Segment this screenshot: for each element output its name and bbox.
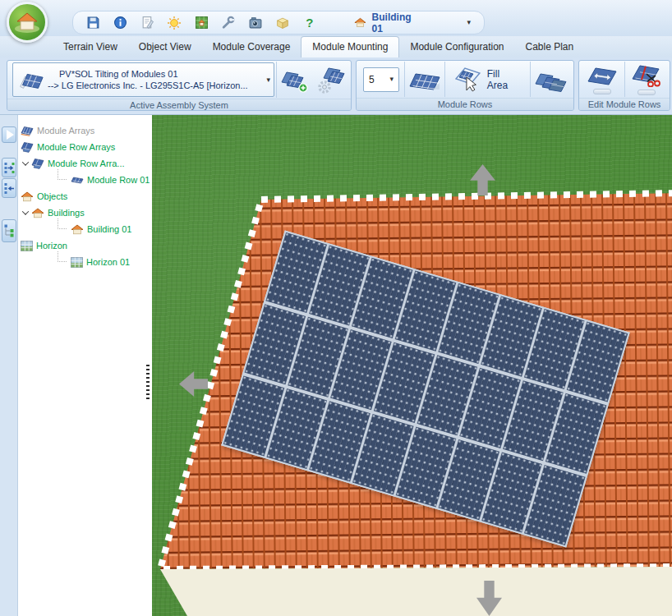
help-icon[interactable]: ? [302, 15, 317, 30]
tree-item-module-row-arrays[interactable]: Module Row Arrays [18, 139, 152, 155]
tab-object-view[interactable]: Object View [128, 37, 202, 57]
configure-assembly-system-button[interactable] [313, 62, 349, 98]
squares-arrow-right-icon [4, 162, 15, 174]
house-icon [21, 191, 34, 202]
assembly-system-selected-value: PV*SOL Tilting of Modules 01 --> LG Elec… [48, 68, 263, 91]
tree-connector [58, 251, 67, 262]
caret-down-icon: ▾ [389, 76, 394, 83]
group-caption-active-assembly-system: Active Assembly System [7, 99, 351, 111]
assembly-system-dropdown[interactable]: PV*SOL Tilting of Modules 01 --> LG Elec… [12, 62, 274, 97]
module-rows-icon [21, 141, 34, 153]
cut-row-option-pill [637, 90, 656, 95]
scene-tree-panel: Module Arrays Module Row Arrays Module R… [18, 115, 152, 616]
play-arrow-icon [7, 130, 14, 140]
viewport-3d[interactable] [152, 115, 672, 616]
tree-item-horizon-01[interactable]: Horizon 01 [18, 254, 152, 270]
cut-module-row-button[interactable] [625, 62, 669, 97]
fill-area-label: Fill Area [487, 68, 522, 91]
horizon-icon [21, 241, 33, 251]
tree-item-objects[interactable]: Objects [18, 188, 152, 205]
tools-icon[interactable] [221, 15, 236, 30]
tree-item-module-row-01[interactable]: Module Row 01 [18, 172, 152, 188]
quick-access-toolbar: ? Building 01 ▾ [72, 11, 485, 34]
fill-area-icon [453, 66, 482, 94]
report-icon[interactable] [140, 15, 155, 30]
move-row-icon [586, 65, 619, 86]
app-logo-house-icon [13, 11, 41, 34]
tree-item-module-arrays[interactable]: Module Arrays [18, 122, 152, 139]
tab-module-coverage[interactable]: Module Coverage [202, 37, 301, 57]
panel-splitter-handle[interactable] [146, 365, 150, 401]
tab-terrain-view[interactable]: Terrain View [53, 37, 128, 57]
tree-item-module-row-array-01[interactable]: Module Row Arra... [18, 155, 152, 172]
move-row-option-pill [593, 89, 611, 94]
building-selector-dropdown[interactable]: Building 01 ▾ [354, 11, 471, 34]
chevron-expanded-icon[interactable] [22, 208, 29, 214]
show-panel-button[interactable] [2, 126, 16, 143]
view-tab-bar: Terrain View Object View Module Coverage… [0, 36, 672, 57]
add-assembly-system-button[interactable] [277, 62, 313, 98]
house-wall[interactable] [160, 567, 672, 616]
info-icon[interactable] [113, 15, 128, 30]
building-icon [354, 17, 366, 28]
cut-row-icon [630, 64, 663, 87]
tab-cable-plan[interactable]: Cable Plan [515, 37, 585, 57]
tab-module-mounting[interactable]: Module Mounting [301, 36, 399, 57]
new-module-row-button[interactable] [405, 62, 444, 97]
panels-add-icon [279, 66, 311, 94]
ribbon: PV*SOL Tilting of Modules 01 --> LG Elec… [0, 57, 672, 115]
panels-gear-icon [315, 65, 347, 94]
tab-module-configuration[interactable]: Module Configuration [399, 37, 514, 57]
ribbon-group-edit-module-rows: Edit Module Rows [578, 60, 670, 111]
title-bar: ? Building 01 ▾ [0, 0, 672, 36]
fill-area-button[interactable]: Fill Area [445, 66, 530, 94]
duplicate-module-rows-button[interactable] [531, 62, 572, 97]
tree-list-button[interactable] [2, 219, 16, 242]
save-icon[interactable] [86, 15, 101, 30]
caret-down-icon: ▾ [266, 76, 270, 84]
module-rows-icon [31, 158, 44, 169]
horizon-icon [71, 257, 83, 268]
ribbon-group-module-rows: 5 ▾ Fill Area [356, 60, 574, 111]
move-module-row-button[interactable] [581, 62, 624, 97]
house-icon [31, 208, 44, 218]
module-row-icon [71, 175, 84, 185]
photo-icon[interactable] [248, 15, 263, 30]
tree-item-buildings[interactable]: Buildings [18, 205, 152, 221]
tree-connector [58, 169, 67, 180]
house-icon [71, 224, 84, 235]
move-items-left-button[interactable] [2, 178, 16, 198]
squares-arrow-left-icon [4, 182, 15, 195]
tree-list-icon [4, 224, 15, 238]
row-count-combobox[interactable]: 5 ▾ [363, 67, 399, 92]
ribbon-group-active-assembly-system: PV*SOL Tilting of Modules 01 --> LG Elec… [7, 60, 352, 111]
group-caption-module-rows: Module Rows [357, 98, 573, 110]
site-map-icon[interactable] [194, 15, 209, 30]
tilted-panel-icon [16, 67, 44, 92]
row-count-value: 5 [369, 74, 375, 85]
tree-connector [58, 218, 67, 229]
module-arrays-icon [21, 125, 34, 136]
tree-item-horizon[interactable]: Horizon [18, 237, 152, 254]
group-caption-edit-module-rows: Edit Module Rows [579, 98, 670, 110]
module-row-icon [407, 67, 442, 93]
app-logo[interactable] [7, 2, 48, 43]
caret-down-icon: ▾ [467, 19, 471, 26]
module-rows-multi-icon [533, 66, 569, 94]
building-selector-label: Building 01 [372, 11, 419, 34]
sun-icon[interactable] [167, 15, 182, 30]
move-items-right-button[interactable] [2, 158, 16, 177]
box-3d-icon[interactable] [275, 15, 290, 30]
chevron-expanded-icon[interactable] [22, 159, 29, 165]
tree-item-building-01[interactable]: Building 01 [18, 221, 152, 237]
side-toolbar [0, 115, 18, 616]
